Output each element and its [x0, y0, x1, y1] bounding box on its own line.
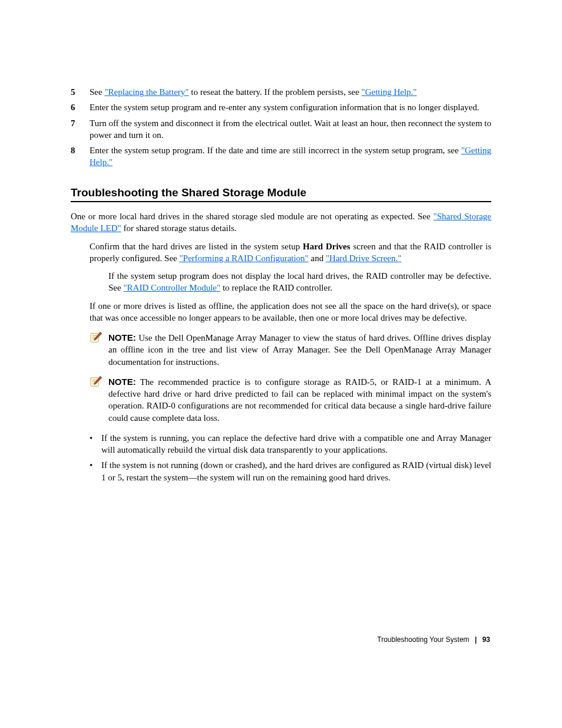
step-5: 5 See "Replacing the Battery" to reseat … — [71, 86, 491, 98]
text: for shared storage status details. — [123, 223, 236, 233]
step-7: 7 Turn off the system and disconnect it … — [71, 117, 491, 141]
bullet-item: • If the system is not running (down or … — [90, 459, 491, 483]
step-body: Enter the system setup program. If the d… — [90, 144, 491, 169]
text: The recommended practice is to configure… — [108, 377, 491, 423]
text: and — [311, 253, 326, 263]
note-icon — [90, 376, 103, 391]
bullet-text: If the system is running, you can replac… — [101, 432, 491, 456]
note-label: NOTE: — [108, 332, 136, 342]
getting-help-link[interactable]: "Getting Help." — [362, 87, 417, 97]
text: to reseat the battery. If the problem pe… — [191, 87, 361, 97]
bullet-item: • If the system is running, you can repl… — [90, 432, 491, 456]
paragraph: Confirm that the hard drives are listed … — [90, 241, 491, 265]
text: See — [90, 87, 104, 97]
bullet-text: If the system is not running (down or cr… — [101, 459, 491, 483]
paragraph: If the system setup program does not dis… — [108, 270, 491, 294]
note: NOTE: Use the Dell OpenManage Array Mana… — [90, 332, 491, 368]
step-6: 6 Enter the system setup program and re-… — [71, 101, 491, 113]
footer-page-number: 93 — [482, 635, 490, 644]
text: Enter the system setup program. If the d… — [90, 146, 461, 155]
step-number: 8 — [71, 144, 90, 169]
text: One or more local hard drives in the sha… — [71, 212, 434, 221]
footer-separator: | — [475, 635, 477, 644]
step-number: 6 — [71, 101, 90, 113]
footer-section: Troubleshooting Your System — [377, 635, 469, 644]
note-icon — [90, 332, 103, 347]
note-text: NOTE: Use the Dell OpenManage Array Mana… — [108, 332, 491, 368]
step-body: See "Replacing the Battery" to reseat th… — [90, 86, 491, 98]
step-number: 7 — [71, 117, 90, 141]
note-text: NOTE: The recommended practice is to con… — [108, 376, 491, 424]
note: NOTE: The recommended practice is to con… — [90, 376, 491, 424]
page-footer: Troubleshooting Your System | 93 — [377, 635, 490, 644]
section-heading: Troubleshooting the Shared Storage Modul… — [71, 185, 491, 200]
text: Confirm that the hard drives are listed … — [90, 242, 303, 251]
note-label: NOTE: — [108, 377, 136, 387]
text: Use the Dell OpenManage Array Manager to… — [108, 333, 491, 367]
bold-text: Hard Drives — [303, 242, 351, 251]
step-8: 8 Enter the system setup program. If the… — [71, 144, 491, 169]
bullet: • — [90, 432, 101, 456]
step-body: Turn off the system and disconnect it fr… — [90, 117, 491, 141]
raid-controller-module-link[interactable]: "RAID Controller Module" — [123, 283, 220, 292]
paragraph: If one or more drives is listed as offli… — [90, 300, 491, 324]
paragraph: One or more local hard drives in the sha… — [71, 210, 491, 235]
replacing-battery-link[interactable]: "Replacing the Battery" — [104, 87, 189, 97]
section-rule — [71, 201, 491, 202]
bullet: • — [90, 459, 101, 483]
step-body: Enter the system setup program and re-en… — [90, 101, 491, 113]
hard-drive-screen-link[interactable]: "Hard Drive Screen." — [326, 253, 401, 263]
raid-config-link[interactable]: "Performing a RAID Configuration" — [179, 253, 308, 263]
text: to replace the RAID controller. — [223, 283, 332, 292]
step-number: 5 — [71, 86, 90, 98]
